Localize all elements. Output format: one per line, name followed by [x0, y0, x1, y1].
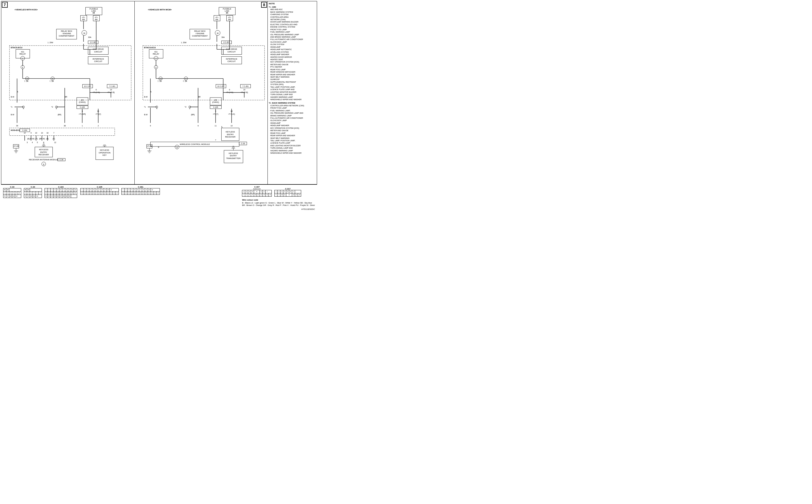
wire-color-code: Wire colour code B : Black LG : Light gr…	[242, 199, 315, 206]
svg-text:OPERATION: OPERATION	[99, 152, 110, 154]
svg-text:(B): (B)	[27, 138, 30, 140]
svg-text:KEY: KEY	[103, 154, 107, 156]
svg-text:8W: 8W	[82, 19, 85, 20]
svg-text:7. 5A: 7. 5A	[24, 80, 28, 82]
svg-text:ENTRY: ENTRY	[40, 151, 47, 153]
svg-text:(P): (P)	[35, 138, 38, 140]
svg-text:2: 2	[98, 125, 99, 127]
svg-text:14: 14	[24, 132, 26, 134]
star1-note: *1 : ABS	[269, 6, 316, 8]
svg-text:BR: BR	[198, 96, 200, 98]
note-items: ·ABS AND ASC ·BACK WARNING SYSTEM ·CHARG…	[270, 8, 316, 101]
svg-text:ENTRY: ENTRY	[230, 154, 237, 157]
svg-text:32: 32	[46, 132, 48, 134]
svg-text:5: 5	[56, 108, 57, 109]
svg-text:C-33: C-33	[241, 143, 245, 144]
svg-text:BR: BR	[65, 96, 67, 98]
svg-text:8W: 8W	[95, 19, 98, 20]
svg-text:*2: *2	[184, 106, 186, 108]
svg-text:13: 13	[41, 132, 43, 134]
interface-circuit-label-left: INTERFACE	[92, 58, 104, 60]
connector-c307: C-307 MJ801325 1 2 3 4 m 5 6 7	[242, 186, 272, 197]
svg-text:KEYLESS: KEYLESS	[39, 148, 48, 151]
svg-text:CAN DRIVE: CAN DRIVE	[93, 48, 104, 50]
svg-text:5: 5	[189, 108, 190, 109]
svg-text:6: 6	[197, 125, 198, 127]
svg-text:30: 30	[83, 32, 85, 34]
svg-text:8W: 8W	[215, 19, 218, 20]
svg-text:CIRCUIT: CIRCUIT	[94, 51, 102, 53]
svg-text:39: 39	[16, 125, 18, 127]
interface-circuit-label-right: INTERFACE	[226, 58, 237, 60]
svg-text:8W: 8W	[228, 19, 231, 20]
connector-c34: C-34 M W 1 2 3 4 5 6 8	[24, 186, 42, 198]
svg-text:(BR): (BR)	[191, 114, 195, 116]
svg-text:30: 30	[216, 32, 219, 34]
svg-text:RELAY BOX: RELAY BOX	[194, 30, 205, 32]
svg-text:J/C: J/C	[81, 99, 84, 101]
svg-text:L: L	[221, 126, 223, 128]
svg-text:<T>(R-B): <T>(R-B)	[240, 91, 248, 94]
svg-text:RECEIVER: RECEIVER	[38, 153, 49, 156]
svg-text:C-105: C-105	[213, 106, 218, 108]
doc-id: H7G11E02DC	[242, 208, 315, 210]
svg-text:CAN DRIVE: CAN DRIVE	[226, 48, 237, 50]
svg-text:30A: 30A	[88, 36, 91, 38]
svg-text:8: 8	[52, 78, 53, 80]
svg-text:19: 19	[243, 89, 245, 91]
svg-text:10 C-317: 10 C-317	[84, 85, 91, 87]
svg-text:C-34: C-34	[60, 159, 64, 161]
svg-text:RECEIVER: RECEIVER	[225, 136, 236, 138]
svg-text:2: 2	[22, 58, 23, 60]
svg-text:CIRCUIT: CIRCUIT	[94, 60, 102, 63]
svg-text:9: 9	[150, 125, 151, 127]
connector-c105: C-105 1 2 3 4 5 6 7 8 9 10 11	[80, 186, 119, 195]
svg-text:11: 11	[214, 125, 216, 127]
svg-text:(CAN1): (CAN1)	[79, 101, 86, 103]
svg-text:12: 12	[26, 78, 28, 80]
svg-text:RECEIVER ANTENNA MODULE: RECEIVER ANTENNA MODULE	[29, 158, 59, 161]
svg-text:J/C: J/C	[214, 99, 217, 101]
svg-text:7. 5A: 7. 5A	[183, 80, 187, 82]
svg-text:2 C-307: 2 C-307	[223, 41, 229, 43]
svg-text:7. 5A: 7. 5A	[157, 80, 162, 82]
wire-color-row2: BR : Brown O : Orange GR : Grey R : Red …	[242, 204, 315, 206]
svg-text:7. 5A: 7. 5A	[50, 80, 54, 82]
page-number-right-top: 8	[261, 2, 267, 8]
svg-text:2: 2	[43, 163, 44, 165]
star2-note: *2 : BACK WARNING SYSTEM	[269, 102, 316, 104]
svg-text:RELAY BOX: RELAY BOX	[61, 30, 72, 32]
svg-text:KOS-ECU: KOS-ECU	[11, 129, 20, 131]
right-page-title: <VEHICLES WITH WCM>	[148, 8, 172, 11]
svg-text:7: 7	[53, 132, 54, 134]
svg-text:34: 34	[92, 12, 95, 14]
svg-text:9: 9	[30, 132, 32, 134]
svg-text:/ ENGINE: / ENGINE	[195, 32, 204, 35]
svg-text:WIRELESS CONTROL MODULE: WIRELESS CONTROL MODULE	[180, 143, 210, 145]
svg-text:10: 10	[230, 125, 232, 127]
svg-text:IG1: IG1	[154, 51, 157, 53]
connector-c104: C-104 1 2 3 4 5 6 7 8 9 10 11	[45, 186, 77, 198]
svg-text:<F>: <F>	[228, 16, 231, 18]
svg-text:C-104: C-104	[22, 129, 27, 131]
svg-text:(BR): (BR)	[58, 114, 61, 116]
svg-text:*1: *1	[11, 106, 12, 108]
svg-text:12: 12	[159, 78, 161, 80]
svg-text:<F>2B: <F>2B	[147, 145, 152, 147]
svg-text:7 C-301: 7 C-301	[109, 85, 115, 87]
svg-text:34: 34	[226, 12, 228, 14]
svg-text:RELAY: RELAY	[153, 53, 159, 55]
svg-text:ETACS-ECU: ETACS-ECU	[11, 46, 22, 49]
svg-text:5: 5	[37, 142, 38, 143]
svg-text:2 C-307: 2 C-307	[90, 41, 96, 43]
wire-color-row1: B : Black LG : Light green G : Green L :…	[242, 202, 315, 204]
svg-text:8: 8	[185, 78, 186, 80]
svg-text:4: 4	[32, 142, 33, 143]
svg-text:1. 25W: 1. 25W	[181, 42, 187, 43]
svg-text:2: 2	[176, 147, 177, 148]
c34-label: C-34	[24, 186, 42, 188]
note-star2-items: ·CONTROLLER AREA NETWORK (CAN) ·FRONT FO…	[270, 104, 316, 154]
svg-text:KEYLESS: KEYLESS	[226, 131, 235, 133]
svg-text:6: 6	[22, 67, 23, 68]
connector-c33: C-33 M W 1 2 3 4 5 6 8	[3, 186, 21, 198]
